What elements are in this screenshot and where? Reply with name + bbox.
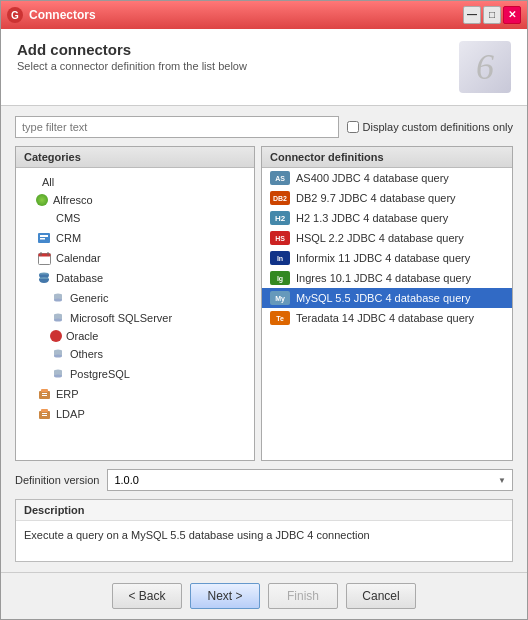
custom-definitions-label: Display custom definitions only xyxy=(347,121,513,133)
custom-definitions-checkbox[interactable] xyxy=(347,121,359,133)
categories-header: Categories xyxy=(16,147,254,168)
database-icon xyxy=(36,270,52,286)
connector-mysql-label: MySQL 5.5 JDBC 4 database query xyxy=(296,292,470,304)
oracle-icon xyxy=(50,330,62,342)
teradata-badge: Te xyxy=(270,311,290,325)
tree-item-others[interactable]: Others xyxy=(16,344,254,364)
svg-point-11 xyxy=(54,299,62,302)
header-text-block: Add connectors Select a connector defini… xyxy=(17,41,247,72)
tree-item-mssql[interactable]: Microsoft SQLServer xyxy=(16,308,254,328)
tree-item-calendar-label: Calendar xyxy=(56,252,101,264)
footer: < Back Next > Finish Cancel xyxy=(1,572,527,619)
tree-item-crm[interactable]: CRM xyxy=(16,228,254,248)
crm-icon xyxy=(36,230,52,246)
close-button[interactable]: ✕ xyxy=(503,6,521,24)
alfresco-icon xyxy=(36,194,48,206)
version-value: 1.0.0 xyxy=(114,474,138,486)
calendar-icon xyxy=(36,250,52,266)
connector-hsql[interactable]: HS HSQL 2.2 JDBC 4 database query xyxy=(262,228,512,248)
informix-badge: In xyxy=(270,251,290,265)
tree-item-oracle[interactable]: Oracle xyxy=(16,328,254,344)
all-icon xyxy=(22,174,38,190)
tree-item-database[interactable]: Database xyxy=(16,268,254,288)
connectors-header: Connector definitions xyxy=(262,147,512,168)
window-controls: — □ ✕ xyxy=(463,6,521,24)
tree-item-crm-label: CRM xyxy=(56,232,81,244)
tree-item-cms-label: CMS xyxy=(56,212,80,224)
connector-hsql-label: HSQL 2.2 JDBC 4 database query xyxy=(296,232,464,244)
ingres-badge: Ig xyxy=(270,271,290,285)
filter-input[interactable] xyxy=(15,116,339,138)
tree-item-cms[interactable]: CMS xyxy=(16,208,254,228)
tree-item-alfresco-label: Alfresco xyxy=(53,194,93,206)
tree-item-all[interactable]: All xyxy=(16,172,254,192)
ldap-icon xyxy=(36,406,52,422)
others-icon xyxy=(50,346,66,362)
page-title: Add connectors xyxy=(17,41,247,58)
maximize-button[interactable]: □ xyxy=(483,6,501,24)
minimize-button[interactable]: — xyxy=(463,6,481,24)
app-icon: G xyxy=(7,7,23,23)
tree-item-erp[interactable]: ERP xyxy=(16,384,254,404)
connectors-panel: Connector definitions AS AS400 JDBC 4 da… xyxy=(261,146,513,461)
panels-container: Categories All Alfresco CMS xyxy=(15,146,513,461)
title-bar: G Connectors — □ ✕ xyxy=(1,1,527,29)
hsql-badge: HS xyxy=(270,231,290,245)
tree-item-calendar[interactable]: Calendar xyxy=(16,248,254,268)
cancel-button[interactable]: Cancel xyxy=(346,583,416,609)
svg-rect-26 xyxy=(41,409,48,412)
back-button[interactable]: < Back xyxy=(112,583,182,609)
page-header: Add connectors Select a connector defini… xyxy=(1,29,527,106)
tree-item-database-label: Database xyxy=(56,272,103,284)
tree-item-generic-label: Generic xyxy=(70,292,109,304)
as400-badge: AS xyxy=(270,171,290,185)
categories-tree[interactable]: All Alfresco CMS xyxy=(16,168,254,460)
tree-item-postgresql-label: PostgreSQL xyxy=(70,368,130,380)
main-window: G Connectors — □ ✕ Add connectors Select… xyxy=(0,0,528,620)
finish-button[interactable]: Finish xyxy=(268,583,338,609)
next-button[interactable]: Next > xyxy=(190,583,260,609)
cms-icon xyxy=(36,210,52,226)
connector-as400[interactable]: AS AS400 JDBC 4 database query xyxy=(262,168,512,188)
connector-mysql[interactable]: My MySQL 5.5 JDBC 4 database query xyxy=(262,288,512,308)
svg-rect-4 xyxy=(38,253,50,256)
version-combo-arrow: ▼ xyxy=(498,476,506,485)
generic-db-icon xyxy=(50,290,66,306)
connector-db2-label: DB2 9.7 JDBC 4 database query xyxy=(296,192,456,204)
connector-h2[interactable]: H2 H2 1.3 JDBC 4 database query xyxy=(262,208,512,228)
page-subtitle: Select a connector definition from the l… xyxy=(17,60,247,72)
svg-point-20 xyxy=(54,375,62,378)
connector-as400-label: AS400 JDBC 4 database query xyxy=(296,172,449,184)
version-label: Definition version xyxy=(15,474,99,486)
svg-rect-28 xyxy=(42,415,47,416)
tree-item-postgresql[interactable]: PostgreSQL xyxy=(16,364,254,384)
postgresql-icon xyxy=(50,366,66,382)
tree-item-ldap-label: LDAP xyxy=(56,408,85,420)
connector-ingres-label: Ingres 10.1 JDBC 4 database query xyxy=(296,272,471,284)
svg-point-14 xyxy=(54,319,62,322)
h2-badge: H2 xyxy=(270,211,290,225)
connector-ingres[interactable]: Ig Ingres 10.1 JDBC 4 database query xyxy=(262,268,512,288)
connector-teradata-label: Teradata 14 JDBC 4 database query xyxy=(296,312,474,324)
connector-teradata[interactable]: Te Teradata 14 JDBC 4 database query xyxy=(262,308,512,328)
svg-rect-27 xyxy=(42,413,47,414)
connector-informix[interactable]: In Informix 11 JDBC 4 database query xyxy=(262,248,512,268)
mssql-icon xyxy=(50,310,66,326)
connector-db2[interactable]: DB2 DB2 9.7 JDBC 4 database query xyxy=(262,188,512,208)
filter-row: Display custom definitions only xyxy=(15,116,513,138)
svg-rect-23 xyxy=(42,393,47,394)
tree-item-mssql-label: Microsoft SQLServer xyxy=(70,312,172,324)
description-text: Execute a query on a MySQL 5.5 database … xyxy=(16,521,512,561)
erp-icon xyxy=(36,386,52,402)
svg-rect-2 xyxy=(40,238,45,240)
tree-item-others-label: Others xyxy=(70,348,103,360)
tree-item-generic[interactable]: Generic xyxy=(16,288,254,308)
svg-rect-22 xyxy=(41,389,48,392)
content-area: Display custom definitions only Categori… xyxy=(1,106,527,572)
tree-item-oracle-label: Oracle xyxy=(66,330,98,342)
tree-item-alfresco[interactable]: Alfresco xyxy=(16,192,254,208)
tree-item-ldap[interactable]: LDAP xyxy=(16,404,254,424)
version-combo[interactable]: 1.0.0 ▼ xyxy=(107,469,513,491)
header-logo: 6 xyxy=(459,41,511,93)
connector-list[interactable]: AS AS400 JDBC 4 database query DB2 DB2 9… xyxy=(262,168,512,460)
